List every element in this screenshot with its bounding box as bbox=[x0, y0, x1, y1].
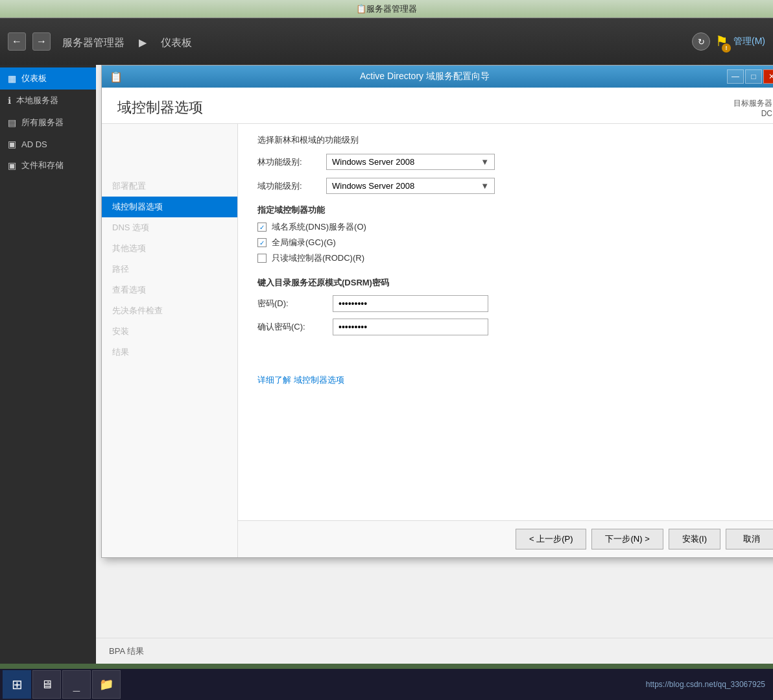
checkbox-gc-row: ✓ 全局编录(GC)(G) bbox=[257, 237, 768, 248]
dialog-page-header: 域控制器选项 目标服务器 DC bbox=[102, 88, 773, 124]
wizard-step-review: 查看选项 bbox=[102, 280, 237, 300]
next-button[interactable]: 下一步(N) > bbox=[591, 529, 663, 549]
start-icon: ⊞ bbox=[12, 677, 23, 692]
domain-level-label: 域功能级别: bbox=[257, 180, 316, 192]
learn-more-link[interactable]: 详细了解 域控制器选项 bbox=[257, 374, 344, 386]
sidebar-label-local: 本地服务器 bbox=[16, 95, 58, 106]
checkbox-gc-label: 全局编录(GC)(G) bbox=[272, 237, 336, 248]
page-title: 域控制器选项 bbox=[117, 98, 203, 117]
taskbar-url: https://blog.csdn.net/qq_33067925 bbox=[646, 680, 770, 689]
wizard-content-body: 选择新林和根域的功能级别 林功能级别: Windows Server 2008 … bbox=[238, 124, 773, 520]
all-icon: ▤ bbox=[8, 117, 16, 128]
sidebar-item-dashboard[interactable]: ▦ 仪表板 bbox=[0, 67, 96, 90]
wizard-step-other: 其他选项 bbox=[102, 238, 237, 259]
func-level-section-label: 选择新林和根域的功能级别 bbox=[257, 134, 768, 146]
sidebar-item-files[interactable]: ▣ 文件和存储 bbox=[0, 154, 96, 176]
dialog-titlebar: 📋 Active Directory 域服务配置向导 — □ ✕ bbox=[102, 66, 773, 88]
title-bar: 📋 服务器管理器 bbox=[0, 0, 773, 18]
close-button[interactable]: ✕ bbox=[763, 69, 773, 84]
forest-level-value: Windows Server 2008 bbox=[332, 157, 414, 167]
bpa-label: BPA 结果 bbox=[109, 646, 144, 657]
sidebar-label-all: 所有服务器 bbox=[21, 117, 64, 128]
taskbar-icon-1: 🖥 bbox=[41, 678, 53, 692]
refresh-button[interactable]: ↻ bbox=[692, 32, 710, 51]
forest-level-arrow: ▼ bbox=[481, 157, 489, 167]
taskbar-btn-2[interactable]: _ bbox=[62, 670, 91, 699]
confirm-row: 确认密码(C): bbox=[257, 319, 768, 335]
dsrm-section-label: 键入目录服务还原模式(DSRM)密码 bbox=[257, 277, 768, 289]
dialog-title: Active Directory 域服务配置向导 bbox=[128, 71, 722, 82]
back-button[interactable]: < 上一步(P) bbox=[516, 529, 587, 549]
password-label: 密码(D): bbox=[257, 298, 322, 309]
back-button[interactable]: ← bbox=[8, 32, 26, 51]
wizard-sidebar: 部署配置 域控制器选项 DNS 选项 其他选项 路径 查看选项 先决条件检查 安… bbox=[102, 124, 238, 557]
content-area: 📋 Active Directory 域服务配置向导 — □ ✕ 域控制器选项 … bbox=[96, 65, 773, 664]
password-input[interactable] bbox=[333, 295, 488, 312]
start-button[interactable]: ⊞ bbox=[3, 670, 31, 699]
forest-level-label: 林功能级别: bbox=[257, 156, 316, 168]
title-bar-icon: 📋 bbox=[356, 4, 366, 14]
main-area: ▦ 仪表板 ℹ 本地服务器 ▤ 所有服务器 ▣ AD DS ▣ 文件和存储 📋 … bbox=[0, 65, 773, 664]
sidebar-label-files: 文件和存储 bbox=[21, 160, 64, 171]
wizard-step-deploy: 部署配置 bbox=[102, 176, 237, 197]
checkbox-dns[interactable]: ✓ bbox=[257, 223, 267, 232]
dialog-body: 部署配置 域控制器选项 DNS 选项 其他选项 路径 查看选项 先决条件检查 安… bbox=[102, 124, 773, 557]
forest-level-select[interactable]: Windows Server 2008 ▼ bbox=[326, 154, 495, 170]
confirm-password-input[interactable] bbox=[333, 319, 488, 335]
sidebar-item-adds[interactable]: ▣ AD DS bbox=[0, 134, 96, 154]
server-manager-header: ← → 服务器管理器 ▶ 仪表板 ↻ ⚑ ! 管理(M) bbox=[0, 18, 773, 65]
bpa-section: BPA 结果 bbox=[96, 638, 773, 664]
dialog-footer: < 上一步(P) 下一步(N) > 安装(I) 取消 bbox=[238, 520, 773, 557]
header-breadcrumb: 服务器管理器 ▶ 仪表板 bbox=[57, 33, 685, 50]
checkbox-dns-label: 域名系统(DNS)服务器(O) bbox=[272, 221, 366, 233]
sidebar-label-dashboard: 仪表板 bbox=[21, 73, 47, 84]
checkbox-rodc-row: 只读域控制器(RODC)(R) bbox=[257, 252, 768, 264]
checkbox-dns-row: ✓ 域名系统(DNS)服务器(O) bbox=[257, 221, 768, 233]
wizard-step-dc-options[interactable]: 域控制器选项 bbox=[102, 197, 237, 217]
sidebar-label-adds: AD DS bbox=[21, 139, 47, 149]
domain-level-select[interactable]: Windows Server 2008 ▼ bbox=[326, 178, 495, 194]
manage-menu[interactable]: 管理(M) bbox=[733, 36, 765, 47]
cancel-button[interactable]: 取消 bbox=[726, 529, 773, 549]
domain-level-row: 域功能级别: Windows Server 2008 ▼ bbox=[257, 178, 768, 194]
page-target: 目标服务器 DC bbox=[733, 98, 772, 118]
domain-level-arrow: ▼ bbox=[481, 181, 489, 191]
wizard-step-path: 路径 bbox=[102, 259, 237, 280]
checkbox-gc[interactable]: ✓ bbox=[257, 238, 267, 247]
sidebar: ▦ 仪表板 ℹ 本地服务器 ▤ 所有服务器 ▣ AD DS ▣ 文件和存储 bbox=[0, 65, 96, 664]
maximize-button[interactable]: □ bbox=[745, 69, 762, 84]
taskbar-icon-3: 📁 bbox=[99, 677, 113, 692]
sidebar-item-local[interactable]: ℹ 本地服务器 bbox=[0, 90, 96, 112]
wizard-step-result: 结果 bbox=[102, 342, 237, 363]
taskbar-btn-1[interactable]: 🖥 bbox=[32, 670, 61, 699]
ad-wizard-dialog: 📋 Active Directory 域服务配置向导 — □ ✕ 域控制器选项 … bbox=[101, 65, 773, 558]
wizard-step-prereq: 先决条件检查 bbox=[102, 300, 237, 321]
warning-badge: ! bbox=[722, 43, 731, 53]
password-row: 密码(D): bbox=[257, 295, 768, 312]
local-icon: ℹ bbox=[8, 95, 11, 106]
wizard-step-dns: DNS 选项 bbox=[102, 217, 237, 238]
wizard-step-install: 安装 bbox=[102, 321, 237, 342]
install-button[interactable]: 安装(I) bbox=[669, 529, 720, 549]
title-bar-text: 服务器管理器 bbox=[366, 3, 417, 15]
adds-icon: ▣ bbox=[8, 139, 16, 149]
checkbox-rodc-label: 只读域控制器(RODC)(R) bbox=[272, 252, 364, 264]
checkbox-rodc[interactable] bbox=[257, 254, 267, 263]
forest-level-row: 林功能级别: Windows Server 2008 ▼ bbox=[257, 154, 768, 170]
taskbar-icon-2: _ bbox=[73, 678, 80, 692]
confirm-label: 确认密码(C): bbox=[257, 321, 322, 333]
dialog-window-controls: — □ ✕ bbox=[727, 69, 773, 84]
taskbar-btn-3[interactable]: 📁 bbox=[92, 670, 121, 699]
dc-functions-label: 指定域控制器功能 bbox=[257, 204, 768, 216]
domain-level-value: Windows Server 2008 bbox=[332, 181, 414, 191]
header-controls: ↻ ⚑ ! 管理(M) bbox=[692, 32, 765, 51]
sidebar-item-all[interactable]: ▤ 所有服务器 bbox=[0, 112, 96, 134]
minimize-button[interactable]: — bbox=[727, 69, 744, 84]
files-icon: ▣ bbox=[8, 160, 16, 171]
dialog-icon: 📋 bbox=[110, 71, 123, 83]
dashboard-icon: ▦ bbox=[8, 73, 16, 84]
forward-button[interactable]: → bbox=[32, 32, 51, 51]
taskbar: ⊞ 🖥 _ 📁 https://blog.csdn.net/qq_3306792… bbox=[0, 669, 773, 700]
wizard-content: 选择新林和根域的功能级别 林功能级别: Windows Server 2008 … bbox=[238, 124, 773, 557]
